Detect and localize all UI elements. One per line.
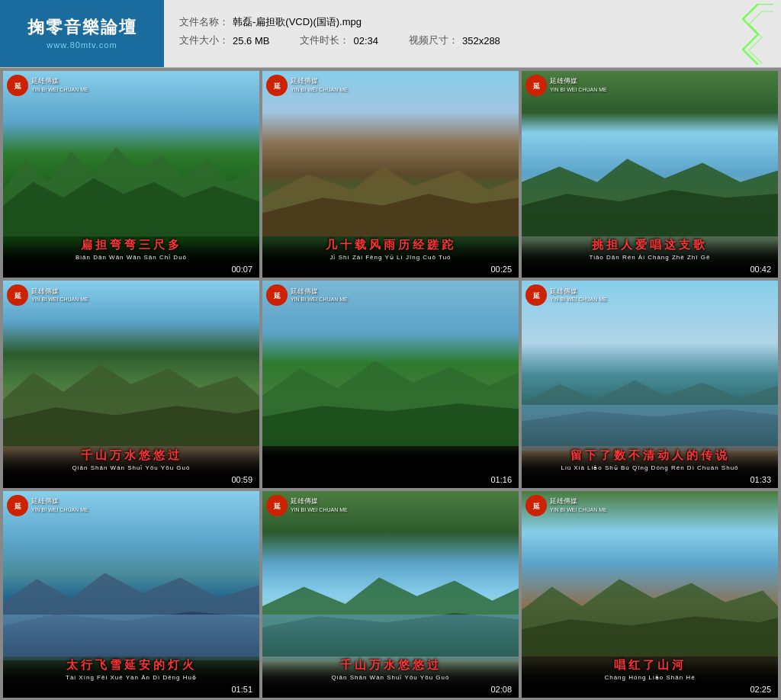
thumb-subtitle-4: 千山万水悠悠过Qiān Shān Wàn Shuǐ Yōu Yōu Guò [3,448,259,471]
logo-emblem-9: 延 [529,499,543,512]
thumb-timestamp-6: 01:33 [747,474,773,485]
thumb-logo-icon-9: 延 [525,495,547,516]
thumb-logo-text-8: 延雄傳媒YIN BI WEI CHUAN ME [291,497,348,514]
subtitle-pinyin-7: Tài Xíng Fēi Xuě Yán Ān Dì Dēng Huǒ [9,674,253,681]
thumb-logo-3: 延 延雄傳媒YIN BI WEI CHUAN ME [525,75,607,96]
thumbnail-item-5[interactable]: 延 延雄傳媒YIN BI WEI CHUAN ME 01:16 [262,281,519,487]
thumb-logo-icon-1: 延 [7,75,28,96]
thumb-timestamp-7: 01:51 [229,684,255,695]
thumb-timestamp-4: 00:59 [229,474,255,485]
svg-text:延: 延 [273,82,281,90]
file-size-value: 25.6 MB [233,35,269,47]
thumb-subtitle-3: 挑担人爱唱这支歌Tiāo Dān Rén Ài Chàng Zhè Zhī Gē [522,238,778,261]
thumbnail-item-2[interactable]: 延 延雄傳媒YIN BI WEI CHUAN ME 几十载风雨历经蹉跎Jǐ Sh… [262,71,519,278]
thumb-logo-text-4: 延雄傳媒YIN BI WEI CHUAN ME [31,287,88,304]
subtitle-zh-4: 千山万水悠悠过 [9,448,253,463]
thumbnail-item-3[interactable]: 延 延雄傳媒YIN BI WEI CHUAN ME 挑担人爱唱这支歌Tiāo D… [522,71,778,278]
subtitle-pinyin-4: Qiān Shān Wàn Shuǐ Yōu Yōu Guò [9,464,253,471]
header: 掬零音樂論壇 www.80mtv.com 文件名称： 韩磊-扁担歌(VCD)(国… [0,0,781,68]
file-info-section: 文件名称： 韩磊-扁担歌(VCD)(国语).mpg 文件大小： 25.6 MB … [164,0,781,67]
thumb-logo-icon-2: 延 [266,75,288,96]
thumb-background-7: 延 延雄傳媒YIN BI WEI CHUAN ME 太行飞雪延安的灯火Tài X… [3,491,259,698]
file-resolution-label: 视频尺寸： [409,34,462,47]
svg-text:延: 延 [14,292,21,300]
thumb-logo-icon-3: 延 [525,75,547,96]
thumb-timestamp-5: 01:16 [488,474,514,485]
file-name-row: 文件名称： 韩磊-扁担歌(VCD)(国语).mpg [179,15,766,29]
subtitle-pinyin-9: Chàng Hóng Liǎo Shān Hé [528,674,772,681]
thumbnail-item-8[interactable]: 延 延雄傳媒YIN BI WEI CHUAN ME 千山万水悠悠过Qiān Sh… [262,491,519,698]
file-duration-label: 文件时长： [300,34,353,47]
thumb-logo-icon-8: 延 [266,495,288,516]
mountain-svg-4 [3,353,259,446]
thumbnails-grid: 延 延雄傳媒YIN BI WEI CHUAN ME 扁担弯弯三尺多Biān Dā… [0,68,781,700]
subtitle-zh-9: 唱红了山河 [528,658,772,673]
thumb-timestamp-8: 02:08 [488,684,514,695]
thumb-timestamp-9: 02:25 [747,684,773,695]
thumb-logo-6: 延 延雄傳媒YIN BI WEI CHUAN ME [525,284,607,306]
thumb-logo-7: 延 延雄傳媒YIN BI WEI CHUAN ME [7,495,88,516]
thumb-logo-text-9: 延雄傳媒YIN BI WEI CHUAN ME [550,497,607,514]
logo-section: 掬零音樂論壇 www.80mtv.com [0,0,164,67]
logo-bar: 掬零音樂論壇 www.80mtv.com 文件名称： 韩磊-扁担歌(VCD)(国… [0,0,781,67]
svg-text:延: 延 [14,82,21,90]
file-meta-row: 文件大小： 25.6 MB 文件时长： 02:34 视频尺寸： 352x288 [179,34,766,47]
thumb-logo-text-5: 延雄傳媒YIN BI WEI CHUAN ME [291,287,348,304]
subtitle-pinyin-1: Biān Dān Wān Wān Sān Chǐ Duō [9,254,253,261]
mountain-svg-9 [522,564,778,657]
svg-text:延: 延 [273,292,281,300]
thumb-logo-text-3: 延雄傳媒YIN BI WEI CHUAN ME [550,77,607,94]
thumb-subtitle-1: 扁担弯弯三尺多Biān Dān Wān Wān Sān Chǐ Duō [3,238,259,261]
subtitle-zh-6: 留下了数不清动人的传说 [528,448,772,463]
thumb-background-2: 延 延雄傳媒YIN BI WEI CHUAN ME 几十载风雨历经蹉跎Jǐ Sh… [262,71,519,278]
subtitle-pinyin-8: Qiān Shān Wàn Shuǐ Yōu Yōu Guò [268,674,513,681]
thumb-subtitle-6: 留下了数不清动人的传说Liú Xià Liǎo Shǔ Bù Qīng Dòng… [522,448,778,471]
logo-emblem-2: 延 [270,79,284,92]
logo-emblem-1: 延 [11,79,24,92]
thumb-logo-icon-6: 延 [525,284,547,306]
thumb-timestamp-1: 00:07 [229,264,255,275]
logo-emblem-7: 延 [11,499,24,512]
svg-text:延: 延 [532,82,540,90]
logo-emblem-3: 延 [529,79,543,92]
subtitle-zh-2: 几十载风雨历经蹉跎 [268,238,513,252]
thumb-background-1: 延 延雄傳媒YIN BI WEI CHUAN ME 扁担弯弯三尺多Biān Dā… [3,71,259,278]
dark-bottom-5 [262,451,519,488]
mountain-svg-1 [3,143,259,236]
thumb-background-4: 延 延雄傳媒YIN BI WEI CHUAN ME 千山万水悠悠过Qiān Sh… [3,281,259,487]
file-resolution-value: 352x288 [462,35,500,47]
mountain-svg-5 [262,353,519,446]
thumb-logo-9: 延 延雄傳媒YIN BI WEI CHUAN ME [525,495,607,516]
thumb-logo-1: 延 延雄傳媒YIN BI WEI CHUAN ME [7,75,88,96]
water-reflection-7 [3,615,259,660]
thumb-background-9: 延 延雄傳媒YIN BI WEI CHUAN ME 唱红了山河Chàng Hón… [522,491,778,698]
thumbnail-item-1[interactable]: 延 延雄傳媒YIN BI WEI CHUAN ME 扁担弯弯三尺多Biān Dā… [3,71,259,278]
file-name-value: 韩磊-扁担歌(VCD)(国语).mpg [233,15,362,29]
svg-text:延: 延 [273,503,281,510]
thumb-logo-5: 延 延雄傳媒YIN BI WEI CHUAN ME [266,284,348,306]
file-size-label: 文件大小： [179,34,233,47]
svg-text:延: 延 [14,503,21,510]
logo-emblem-8: 延 [270,499,284,512]
subtitle-zh-8: 千山万水悠悠过 [268,658,513,673]
thumbnail-item-7[interactable]: 延 延雄傳媒YIN BI WEI CHUAN ME 太行飞雪延安的灯火Tài X… [3,491,259,698]
site-logo-subtitle: www.80mtv.com [47,40,117,50]
svg-marker-9 [522,190,778,236]
thumb-logo-icon-7: 延 [7,495,28,516]
thumb-logo-text-6: 延雄傳媒YIN BI WEI CHUAN ME [550,287,607,304]
subtitle-zh-3: 挑担人爱唱这支歌 [528,238,772,252]
thumb-timestamp-2: 00:25 [488,264,514,275]
thumb-subtitle-9: 唱红了山河Chàng Hóng Liǎo Shān Hé [522,658,778,681]
mountain-svg-3 [522,143,778,236]
mountain-svg-2 [262,143,519,236]
subtitle-pinyin-3: Tiāo Dān Rén Ài Chàng Zhè Zhī Gē [528,254,772,261]
logo-emblem-4: 延 [11,288,24,302]
thumb-subtitle-8: 千山万水悠悠过Qiān Shān Wàn Shuǐ Yōu Yōu Guò [262,658,519,681]
thumbnail-item-6[interactable]: 延 延雄傳媒YIN BI WEI CHUAN ME 留下了数不清动人的传说Liú… [522,281,778,487]
subtitle-pinyin-2: Jǐ Shí Zài Fēng Yǔ Lì Jīng Cuō Tuó [268,254,513,261]
thumb-logo-text-1: 延雄傳媒YIN BI WEI CHUAN ME [31,77,88,94]
thumbnail-item-4[interactable]: 延 延雄傳媒YIN BI WEI CHUAN ME 千山万水悠悠过Qiān Sh… [3,281,259,487]
thumbnail-item-9[interactable]: 延 延雄傳媒YIN BI WEI CHUAN ME 唱红了山河Chàng Hón… [522,491,778,698]
logo-emblem-5: 延 [270,288,284,302]
thumb-logo-icon-5: 延 [266,284,288,306]
